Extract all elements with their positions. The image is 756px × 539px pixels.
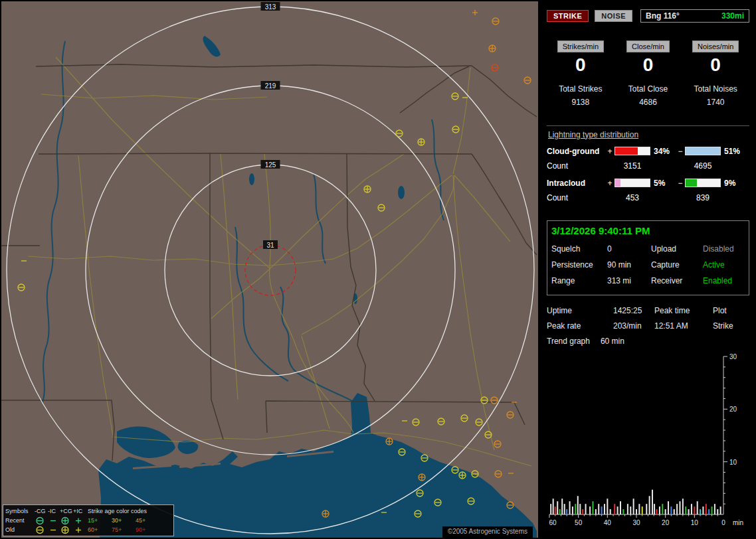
squelch-value: 0 (607, 244, 651, 254)
intracloud-count-row: Count 453 839 (547, 193, 749, 203)
squelch-label: Squelch (551, 244, 607, 254)
persistence-label: Persistence (551, 260, 607, 270)
legend-pos-ic-header: +IC (73, 508, 88, 514)
noise-indicator-button[interactable]: NOISE (595, 10, 632, 22)
ic-negative-bar (685, 179, 721, 187)
lake-pontchartrain (117, 427, 175, 458)
cloud-ground-label: Cloud-ground (547, 147, 605, 156)
close-per-min-value: 0 (643, 55, 654, 76)
cg-negative-bar-fill (686, 147, 720, 155)
small-lake (398, 186, 405, 199)
range-label: Range (551, 276, 607, 285)
noises-per-min-value: 0 (710, 55, 721, 76)
status-box: 3/12/2026 9:40:11 PM Squelch 0 Upload Di… (547, 220, 749, 295)
uptime-label: Uptime (547, 306, 613, 315)
strikes-per-min-value: 0 (575, 55, 586, 76)
plus-icon (73, 526, 88, 534)
total-strikes-value: 9138 (559, 98, 602, 107)
total-close-label: Total Close (628, 84, 668, 94)
svg-text:30: 30 (632, 519, 640, 526)
minus-icon (48, 526, 60, 534)
legend-symbols-header: Symbols (5, 508, 35, 514)
legend-recent-row: Recent 15+ 30+ 45+ (5, 516, 171, 525)
circle-minus-icon (35, 516, 48, 525)
cg-negative-bar (685, 147, 721, 155)
peak-time-label: Peak time (654, 306, 713, 315)
state-borders (1, 64, 537, 461)
legend-neg-cg-header: -CG (35, 508, 48, 514)
legend-recent-label: Recent (5, 517, 35, 524)
legend-old-label: Old (5, 526, 35, 533)
svg-text:125: 125 (265, 161, 276, 169)
intracloud-row: Intracloud + 5% − 9% (547, 177, 749, 190)
plot-label: Plot (713, 306, 749, 315)
map-geography (1, 36, 537, 538)
cg-positive-bar-fill (615, 147, 638, 155)
svg-text:10: 10 (691, 519, 699, 526)
bearing-range-readout: Bng 116° 330mi (640, 9, 749, 23)
noises-per-min-label: Noises/min (692, 40, 739, 52)
status-grid: Squelch 0 Upload Disabled Persistence 90… (551, 244, 745, 285)
cg-negative-percent: 51% (721, 147, 746, 156)
indicator-row: STRIKE NOISE Bng 116° 330mi (547, 9, 749, 23)
range-value: 330mi (721, 11, 744, 21)
capture-value: Active (703, 260, 745, 270)
trend-graph-header: Trend graph 60 min (547, 337, 749, 346)
cg-positive-bar (614, 147, 650, 155)
peak-time-value: 12:51 AM (654, 321, 713, 331)
total-strikes-label: Total Strikes (559, 84, 602, 94)
cg-positive-percent: 34% (650, 147, 676, 156)
ic-positive-bar (614, 179, 650, 187)
plus-sign: + (605, 179, 614, 188)
circle-plus-icon (60, 526, 73, 534)
svg-text:31: 31 (266, 242, 274, 249)
count-label: Count (547, 193, 605, 202)
intracloud-label: Intracloud (547, 179, 605, 188)
legend-neg-ic-header: -IC (48, 508, 60, 514)
range-setting-value: 313 mi (607, 276, 651, 285)
svg-text:313: 313 (265, 3, 276, 11)
totals-row: Total Strikes 9138 Total Close 4686 Tota… (547, 84, 749, 107)
svg-text:0: 0 (721, 519, 725, 526)
svg-text:20: 20 (662, 519, 670, 526)
trend-graph-label: Trend graph (547, 337, 590, 346)
svg-text:min: min (733, 519, 743, 526)
svg-text:10: 10 (729, 458, 737, 465)
strike-age-header: Strike age color codes (88, 508, 159, 514)
total-strikes: Total Strikes 9138 (559, 84, 602, 107)
minus-sign: − (676, 147, 685, 156)
ic-negative-percent: 9% (721, 179, 746, 188)
session-stats: Uptime 1425:25 Peak time Plot Peak rate … (547, 306, 749, 331)
peak-rate-value: 203/min (613, 321, 654, 331)
legend-header-row: Symbols -CG -IC +CG +IC Strike age color… (5, 506, 171, 516)
rate-values-row: 0 0 0 (547, 55, 749, 76)
minus-icon (48, 516, 60, 525)
lightning-tracker-window: 31321912531 Symbols -CG -IC +CG +IC Stri… (0, 0, 756, 539)
total-close-value: 4686 (628, 98, 668, 107)
svg-text:20: 20 (729, 406, 737, 413)
distribution-section: Lightning type distribution Cloud-ground… (547, 125, 749, 203)
strike-indicator-button[interactable]: STRIKE (547, 10, 589, 22)
cloud-ground-row: Cloud-ground + 34% − 51% (547, 145, 749, 158)
capture-label: Capture (651, 260, 703, 270)
svg-text:60: 60 (549, 519, 557, 526)
minus-sign: − (676, 179, 685, 188)
map-panel[interactable]: 31321912531 Symbols -CG -IC +CG +IC Stri… (1, 1, 538, 538)
rate-labels-row: Strikes/min Close/min Noises/min (547, 40, 749, 52)
legend-old-row: Old 60+ 75+ 90+ (5, 525, 171, 534)
circle-plus-icon (60, 516, 73, 525)
age-code: 45+ (136, 517, 159, 524)
small-lake (249, 173, 254, 185)
cloud-ground-count-row: Count 3151 4695 (547, 161, 749, 171)
circle-minus-icon (35, 526, 48, 534)
receiver-label: Receiver (651, 276, 703, 285)
svg-text:40: 40 (604, 519, 612, 526)
age-code: 30+ (112, 517, 136, 524)
plus-icon (73, 516, 88, 525)
age-code: 90+ (136, 526, 159, 533)
roads (28, 57, 531, 466)
age-code: 15+ (88, 517, 112, 524)
age-code: 75+ (112, 526, 136, 533)
bearing-value: Bng 116° (646, 11, 680, 21)
control-panel: STRIKE NOISE Bng 116° 330mi Strikes/min … (541, 1, 755, 538)
